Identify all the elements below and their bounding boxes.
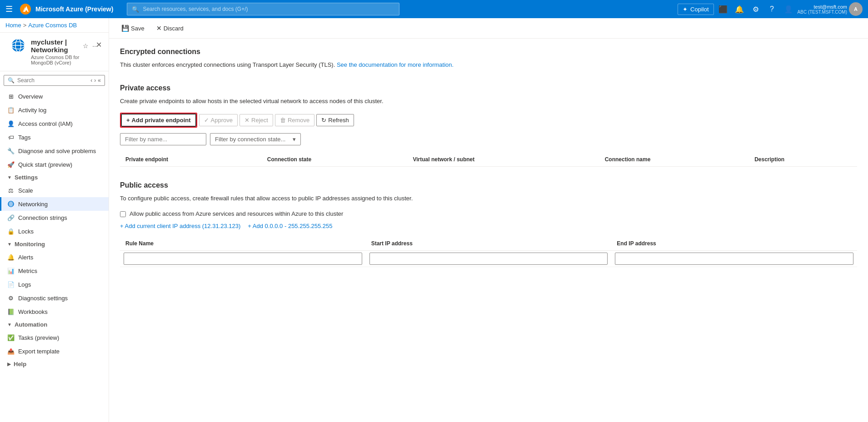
sidebar-item-metrics[interactable]: 📊 Metrics [0,264,109,278]
favorite-icon[interactable]: ☆ [83,42,89,50]
resource-header: mycluster | Networking ☆ ··· Azure Cosmo… [0,33,109,71]
sidebar-search-nav-next[interactable]: › [94,77,96,84]
encrypted-connections-desc: This cluster enforces encrypted connecti… [120,60,857,70]
copilot-button[interactable]: ✦ Copilot [678,4,713,15]
remove-button[interactable]: 🗑 Remove [275,114,314,126]
col-header-start-ip: Start IP address [366,237,612,251]
help-icon[interactable]: ? [765,2,779,16]
settings-chevron-icon: ▼ [7,175,12,180]
sidebar-item-tasks[interactable]: ✅ Tasks (preview) [0,331,109,344]
public-access-checkbox[interactable] [120,211,126,217]
automation-section-header[interactable]: ▼ Automation [0,318,109,331]
sidebar-item-overview[interactable]: ⊞ Overview [0,89,109,103]
end-ip-input[interactable] [615,253,853,265]
notifications-icon[interactable]: 🔔 [732,2,747,16]
start-ip-input[interactable] [369,253,608,265]
resource-icon [11,38,25,53]
sidebar-search-input[interactable] [17,77,88,84]
save-icon: 💾 [121,25,129,32]
public-access-title: Public access [120,181,857,189]
azure-logo [20,4,31,15]
brand-name: Microsoft Azure (Preview) [35,5,113,13]
close-button[interactable]: ✕ [92,38,105,51]
sidebar-item-logs[interactable]: 📄 Logs [0,278,109,291]
tags-icon: 🏷 [7,134,15,141]
col-header-connection-name: Connection name [599,153,749,167]
sidebar-item-alerts[interactable]: 🔔 Alerts [0,250,109,264]
quickstart-icon: 🚀 [7,161,15,168]
global-search-input[interactable] [143,6,394,12]
save-button[interactable]: 💾 Save [116,22,150,35]
col-header-rule-name: Rule Name [120,237,366,251]
global-search-box[interactable]: 🔍 [127,3,399,15]
private-access-table-header-row: Private endpoint Connection state Virtua… [120,153,857,167]
breadcrumb-home[interactable]: Home [5,22,21,29]
private-access-title: Private access [120,84,857,92]
encrypted-connections-section: Encrypted connections This cluster enfor… [120,48,857,70]
add-client-ip-link[interactable]: + Add current client IP address (12.31.2… [120,223,240,229]
sidebar-item-access-control[interactable]: 👤 Access control (IAM) [0,117,109,130]
firewall-rules-table: Rule Name Start IP address End IP addres… [120,237,857,267]
sidebar-item-workbooks[interactable]: 📗 Workbooks [0,305,109,318]
rule-name-input[interactable] [124,253,362,265]
approve-button[interactable]: ✓ Approve [199,114,238,126]
monitoring-chevron-icon: ▼ [7,242,12,247]
breadcrumb: Home > Azure Cosmos DB [0,18,109,33]
refresh-button[interactable]: ↻ Refresh [316,114,354,126]
settings-section-header[interactable]: ▼ Settings [0,171,109,184]
sidebar-search-box[interactable]: 🔍 ‹ › « [4,75,105,86]
discard-button[interactable]: ✕ Discard [151,22,189,35]
start-ip-cell [366,250,612,267]
filter-by-state-select[interactable]: Filter by connection state... ▾ [210,133,301,145]
public-access-desc: To configure public access, create firew… [120,194,857,203]
reject-button[interactable]: ✕ Reject [239,114,273,126]
breadcrumb-cosmos-db[interactable]: Azure Cosmos DB [28,22,77,29]
add-endpoint-highlight: + Add private endpoint [120,113,197,128]
sidebar-item-diagnostic-settings[interactable]: ⚙ Diagnostic settings [0,291,109,305]
sidebar-item-tags[interactable]: 🏷 Tags [0,130,109,144]
filter-bar: Filter by connection state... ▾ [120,133,857,145]
monitoring-section-header[interactable]: ▼ Monitoring [0,238,109,250]
export-template-icon: 📤 [7,348,15,355]
sidebar-search-nav-prev[interactable]: ‹ [90,77,92,84]
public-access-checkbox-label: Allow public access from Azure services … [130,210,343,217]
tls-docs-link[interactable]: See the documentation for more informati… [337,61,454,68]
user-avatar[interactable]: A [849,2,863,16]
locks-icon: 🔒 [7,228,15,235]
remove-icon: 🗑 [280,117,286,124]
access-control-icon: 👤 [7,120,15,127]
sidebar-item-quickstart[interactable]: 🚀 Quick start (preview) [0,158,109,171]
firewall-table-header-row: Rule Name Start IP address End IP addres… [120,237,857,251]
private-access-action-bar: + Add private endpoint ✓ Approve ✕ Rejec… [120,113,857,128]
resource-title: mycluster | Networking [31,38,79,54]
diagnostic-settings-icon: ⚙ [7,294,15,302]
refresh-icon: ↻ [321,117,326,124]
sidebar-item-networking[interactable]: Networking [0,197,109,211]
rule-name-cell [120,250,366,267]
automation-chevron-icon: ▼ [7,322,12,327]
sidebar-item-diagnose[interactable]: 🔧 Diagnose and solve problems [0,144,109,158]
overview-icon: ⊞ [7,93,15,100]
copilot-icon: ✦ [683,6,688,13]
sidebar-item-connection-strings[interactable]: 🔗 Connection strings [0,211,109,224]
alerts-icon: 🔔 [7,253,15,261]
sidebar-item-scale[interactable]: ⚖ Scale [0,184,109,197]
sidebar-item-export-template[interactable]: 📤 Export template [0,344,109,358]
sidebar-search-collapse[interactable]: « [98,77,101,84]
feedback-icon[interactable]: ⬛ [716,2,730,16]
add-private-endpoint-button[interactable]: + Add private endpoint [121,114,196,127]
hamburger-menu[interactable]: ☰ [5,4,13,14]
user-account[interactable]: test@msft.com ABC (TEST.MSFT.COM) [798,4,847,15]
sidebar-item-activity-log[interactable]: 📋 Activity log [0,103,109,117]
sidebar-item-locks[interactable]: 🔒 Locks [0,224,109,238]
networking-icon [7,200,15,208]
settings-icon[interactable]: ⚙ [748,2,763,16]
connection-strings-icon: 🔗 [7,214,15,221]
sidebar-help-header[interactable]: ▶ Help [0,358,109,370]
scale-icon: ⚖ [7,187,15,194]
private-access-section: Private access Create private endpoints … [120,84,857,167]
add-ip-range-link[interactable]: + Add 0.0.0.0 - 255.255.255.255 [248,223,332,229]
topbar-icons: ✦ Copilot ⬛ 🔔 ⚙ ? 👤 test@msft.com ABC (T… [678,2,863,16]
user-menu-icon[interactable]: 👤 [781,2,796,16]
filter-by-name-input[interactable] [120,133,206,145]
